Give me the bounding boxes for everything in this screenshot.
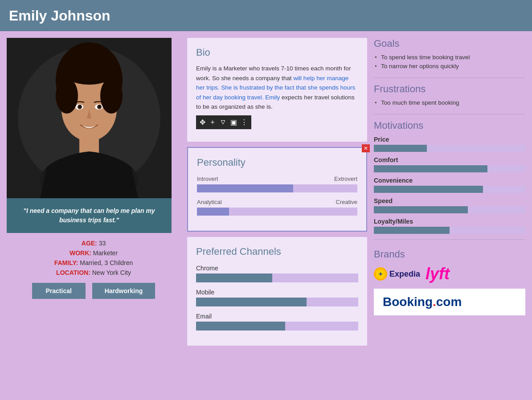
channels-title: Preferred Channels xyxy=(196,246,358,257)
motivation-comfort-bar xyxy=(374,165,487,172)
close-button[interactable]: ✕ xyxy=(362,144,370,152)
booking-com-part: com xyxy=(436,295,462,309)
motivation-convenience: Convenience xyxy=(374,177,525,193)
booking-wordmark: Booking.com xyxy=(383,295,462,309)
frustrations-list: Too much time spent booking xyxy=(374,99,525,106)
location-label: LOCATION: xyxy=(56,269,90,276)
channel-mobile-label: Mobile xyxy=(196,289,358,296)
brand-booking: Booking.com xyxy=(374,289,525,315)
booking-dot: . xyxy=(433,295,436,309)
channels-card: Preferred Channels Chrome Mobile Email xyxy=(187,237,367,346)
svg-point-11 xyxy=(79,106,82,108)
creative-label: Creative xyxy=(336,199,357,205)
svg-text:✈: ✈ xyxy=(379,272,383,277)
channel-chrome-bar xyxy=(196,273,272,282)
middle-column: Bio Emily is a Marketer who travels 7-10… xyxy=(187,38,367,346)
add-icon[interactable]: ＋ xyxy=(209,118,216,127)
tag-hardworking[interactable]: Hardworking xyxy=(92,283,156,299)
family-value: Married, 3 Children xyxy=(80,259,133,266)
location-value: New York City xyxy=(92,269,131,276)
work-label: WORK: xyxy=(70,249,91,257)
extrovert-label: Extrovert xyxy=(334,176,357,182)
introvert-bar-fill xyxy=(197,184,293,192)
brand-lyft: lyft xyxy=(426,265,450,283)
goals-title: Goals xyxy=(374,38,525,49)
family-label: FAMILY: xyxy=(54,259,78,266)
motivation-convenience-bar xyxy=(374,186,483,193)
motivation-convenience-label: Convenience xyxy=(374,177,525,184)
motivation-loyalty: Loyalty/Miles xyxy=(374,218,525,234)
motivation-comfort: Comfort xyxy=(374,156,525,172)
toolbar-overlay: ✥ ＋ 🜄 ▣ ⋮ xyxy=(196,115,251,129)
quote-box: "I need a company that can help me plan … xyxy=(7,198,172,233)
motivation-loyalty-label: Loyalty/Miles xyxy=(374,218,525,225)
analytical-bar-bg xyxy=(197,208,357,216)
channel-mobile: Mobile xyxy=(196,289,358,306)
family-row: FAMILY: Married, 3 Children xyxy=(11,259,176,266)
location-row: LOCATION: New York City xyxy=(11,269,176,276)
age-value: 33 xyxy=(99,240,106,247)
quote-text: "I need a company that can help me plan … xyxy=(23,207,155,224)
channel-email-label: Email xyxy=(196,313,358,320)
brand-expedia: ✈ Expedia xyxy=(374,267,420,281)
channel-mobile-bar xyxy=(196,298,307,306)
frustrations-title: Frustrations xyxy=(374,83,525,95)
analytical-bar-fill xyxy=(197,208,229,216)
expedia-icon: ✈ xyxy=(374,267,387,281)
brands-grid: ✈ Expedia lyft Booking.com xyxy=(374,265,525,315)
motivation-price-bar xyxy=(374,145,427,152)
divider-3 xyxy=(374,239,525,240)
motivation-price: Price xyxy=(374,136,525,152)
work-value: Marketer xyxy=(93,249,118,257)
bio-card: Bio Emily is a Marketer who travels 7-10… xyxy=(187,38,367,142)
frustration-1: Too much time spent booking xyxy=(374,99,525,106)
droplet-icon[interactable]: 🜄 xyxy=(220,118,227,126)
left-column: "I need a company that can help me plan … xyxy=(7,38,180,346)
tag-practical[interactable]: Practical xyxy=(32,283,86,299)
image-icon[interactable]: ▣ xyxy=(230,118,237,127)
introvert-bar-bg xyxy=(197,184,357,192)
age-row: AGE: 33 xyxy=(11,240,176,247)
goal-1: To spend less time booking travel xyxy=(374,54,525,61)
work-row: WORK: Marketer xyxy=(11,249,176,257)
svg-point-16 xyxy=(91,69,109,82)
goal-2: To narrow her options quickly xyxy=(374,63,525,69)
svg-point-12 xyxy=(99,106,101,108)
channel-chrome-label: Chrome xyxy=(196,265,358,272)
channel-email-bar xyxy=(196,322,285,331)
svg-point-15 xyxy=(62,58,116,85)
page-title: Emily Johnson xyxy=(9,8,110,24)
svg-point-14 xyxy=(100,78,123,114)
main-content: "I need a company that can help me plan … xyxy=(0,31,532,352)
header: Emily Johnson xyxy=(0,0,532,31)
motivation-speed-bar xyxy=(374,206,468,213)
analytical-label: Analytical xyxy=(197,199,222,205)
bio-text: Emily is a Marketer who travels 7-10 tim… xyxy=(196,64,358,112)
motivation-speed: Speed xyxy=(374,197,525,213)
motivation-loyalty-bar xyxy=(374,227,450,234)
introvert-extrovert-row: Introvert Extrovert xyxy=(197,176,357,192)
personality-card: ✕ Personality Introvert Extrovert Analyt… xyxy=(187,147,367,232)
age-label: AGE: xyxy=(82,240,97,247)
booking-text-part: Booking xyxy=(383,295,433,309)
tags-row: Practical Hardworking xyxy=(11,283,176,299)
brands-section: Brands ✈ Expedia lyft xyxy=(374,249,525,315)
divider-1 xyxy=(374,78,525,78)
brands-title: Brands xyxy=(374,249,525,260)
right-column: Goals To spend less time booking travel … xyxy=(374,38,525,346)
info-section: AGE: 33 WORK: Marketer FAMILY: Married, … xyxy=(7,233,180,306)
more-icon[interactable]: ⋮ xyxy=(241,118,248,127)
motivations-title: Motivations xyxy=(374,120,525,131)
move-icon[interactable]: ✥ xyxy=(200,118,205,127)
personality-title: Personality xyxy=(197,157,357,168)
lyft-wordmark: lyft xyxy=(426,265,450,283)
motivation-speed-label: Speed xyxy=(374,197,525,204)
bio-title: Bio xyxy=(196,47,358,58)
analytical-creative-row: Analytical Creative xyxy=(197,199,357,216)
svg-point-13 xyxy=(56,78,78,114)
goals-list: To spend less time booking travel To nar… xyxy=(374,54,525,69)
motivation-comfort-label: Comfort xyxy=(374,156,525,163)
profile-photo xyxy=(7,38,172,198)
expedia-wordmark: Expedia xyxy=(389,269,420,279)
motivation-price-label: Price xyxy=(374,136,525,143)
